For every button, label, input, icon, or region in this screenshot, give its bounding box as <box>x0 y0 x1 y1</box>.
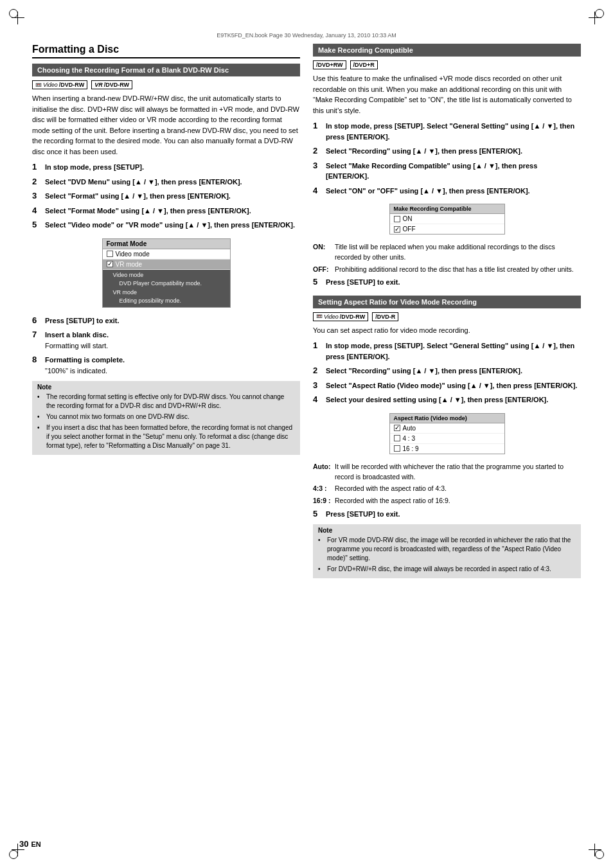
right-note-title: Note <box>318 527 576 534</box>
auto-desc: It will be recorded with whichever the r… <box>335 462 581 483</box>
off-desc: Prohibiting additional record to the dis… <box>335 265 574 275</box>
aspect-ratio-section-title: Setting Aspect Ratio for Video Mode Reco… <box>313 296 581 308</box>
mc-step-num-1: 1 <box>313 121 322 142</box>
compat-item-off: OFF <box>390 224 504 234</box>
on-desc-line: ON: Title list will be replaced when you… <box>313 242 581 263</box>
step-2: 2 Select "DVD Menu" using [▲ / ▼], then … <box>32 177 300 188</box>
disc-badge-video-dvdrw: 📼 Video /DVD-RW <box>32 80 87 89</box>
mc-step-text-2: Select "Recording" using [▲ / ▼], then p… <box>326 146 522 157</box>
checkbox-vr-mode <box>107 261 113 267</box>
step-text-6: Press [SETUP] to exit. <box>45 315 120 326</box>
format-mode-desc: Video mode DVD Player Compatibility mode… <box>103 270 230 307</box>
disc-badge-dvdr: /DVD-R <box>372 312 398 321</box>
left-section-title: Formatting a Disc <box>32 44 300 58</box>
off-desc-line: OFF: Prohibiting additional record to th… <box>313 265 581 275</box>
ar-step-text-4: Select your desired setting using [▲ / ▼… <box>326 394 548 405</box>
step-7: 7 Insert a blank disc. Formatting will s… <box>32 330 300 351</box>
left-note-item-3: • If you insert a disc that has been for… <box>37 423 295 450</box>
mc-step-3: 3 Select "Make Recording Compatible" usi… <box>313 161 581 182</box>
page-number-area: 30 EN <box>19 839 41 849</box>
aspect-box-header: Aspect Ratio (Video mode) <box>390 414 504 423</box>
step-num-3: 3 <box>32 191 41 202</box>
corner-circle-bl <box>9 850 18 859</box>
ratio-43-label: 4 : 3 <box>403 435 415 442</box>
format-mode-item-vr: VR mode <box>103 260 230 270</box>
step-text-4: Select "Format Mode" using [▲ / ▼], then… <box>45 206 251 217</box>
step-num-1: 1 <box>32 162 41 173</box>
mc-step-num-5: 5 <box>313 277 322 288</box>
step-8: 8 Formatting is complete. "100%" is indi… <box>32 355 300 376</box>
step-num-6: 6 <box>32 315 41 326</box>
right-bullet-2: • <box>318 565 324 574</box>
left-note-box: Note • The recording format setting is e… <box>32 381 300 455</box>
step-num-7: 7 <box>32 330 41 351</box>
step-text-7: Insert a blank disc. Formatting will sta… <box>45 330 109 351</box>
step-6: 6 Press [SETUP] to exit. <box>32 315 300 326</box>
checkbox-auto <box>394 425 400 431</box>
checkbox-video-mode <box>107 251 113 257</box>
169-key: 16:9 : <box>313 496 331 506</box>
compat-item-on: ON <box>390 214 504 224</box>
ar-step-5: 5 Press [SETUP] to exit. <box>313 509 581 520</box>
page-number: 30 <box>19 839 28 849</box>
disc-badge-vr-dvdrw: VR /DVD-RW <box>91 80 132 89</box>
left-note-item-1: • The recording format setting is effect… <box>37 393 295 411</box>
ar-step-text-2: Select "Recording" using [▲ / ▼], then p… <box>326 366 522 376</box>
mc-step-text-1: In stop mode, press [SETUP]. Select "Gen… <box>326 121 581 142</box>
mc-step-text-3: Select "Make Recording Compatible" using… <box>326 161 581 182</box>
ar-step-num-3: 3 <box>313 380 322 391</box>
disc-badge-video-dvdrw-2: 📼 Video /DVD-RW <box>313 312 368 321</box>
right-note-item-1: • For VR mode DVD-RW disc, the image wil… <box>318 536 576 563</box>
bullet-3: • <box>37 423 44 450</box>
compat-box: Make Recording Compatible ON OFF <box>389 204 505 235</box>
checkbox-off <box>394 226 400 233</box>
step-num-2: 2 <box>32 177 41 188</box>
ar-step-num-1: 1 <box>313 341 322 362</box>
step-text-1: In stop mode, press [SETUP]. <box>45 162 144 173</box>
aspect-item-auto: Auto <box>390 423 504 434</box>
aspect-body: You can set aspect ratio for video mode … <box>313 325 581 336</box>
bullet-2: • <box>37 412 44 421</box>
ar-step-2: 2 Select "Recording" using [▲ / ▼], then… <box>313 366 581 376</box>
ar-step-text-5: Press [SETUP] to exit. <box>326 509 400 520</box>
step-text-3: Select "Format" using [▲ / ▼], then pres… <box>45 191 231 202</box>
step-5: 5 Select "Video mode" or "VR mode" using… <box>32 220 300 231</box>
left-steps-1-5: 1 In stop mode, press [SETUP]. 2 Select … <box>32 162 300 231</box>
page: E9TK5FD_EN.book Page 30 Wednesday, Janua… <box>0 0 613 868</box>
right-note-box: Note • For VR mode DVD-RW disc, the imag… <box>313 524 581 578</box>
make-compatible-body: Use this feature to make the unfinalised… <box>313 73 581 116</box>
format-mode-header: Format Mode <box>103 239 230 249</box>
page-footer: 30 EN <box>19 839 41 849</box>
content-area: Formatting a Disc Choosing the Recording… <box>13 44 600 578</box>
step-text-8: Formatting is complete. "100%" is indica… <box>45 355 125 376</box>
43-desc-line: 4:3 : Recorded with the aspect ratio of … <box>313 484 581 494</box>
auto-key: Auto: <box>313 462 331 483</box>
left-steps-6-8: 6 Press [SETUP] to exit. 7 Insert a blan… <box>32 315 300 376</box>
mc-step-num-4: 4 <box>313 186 322 197</box>
on-desc: Title list will be replaced when you mak… <box>335 242 581 263</box>
mc-step-text-5: Press [SETUP] to exit. <box>326 277 400 288</box>
checkbox-43 <box>394 435 400 441</box>
format-mode-item-video: Video mode <box>103 249 230 260</box>
mc-step-num-2: 2 <box>313 146 322 157</box>
mc-step-1: 1 In stop mode, press [SETUP]. Select "G… <box>313 121 581 142</box>
right-note-item-2: • For DVD+RW/+R disc, the image will alw… <box>318 565 576 574</box>
make-compatible-steps: 1 In stop mode, press [SETUP]. Select "G… <box>313 121 581 196</box>
right-disc-icons-2: 📼 Video /DVD-RW /DVD-R <box>313 312 581 321</box>
aspect-box: Aspect Ratio (Video mode) Auto 4 : 3 16 … <box>389 413 505 454</box>
step-3: 3 Select "Format" using [▲ / ▼], then pr… <box>32 191 300 202</box>
corner-circle-br <box>595 850 604 859</box>
step-num-5: 5 <box>32 220 41 231</box>
ar-step-num-2: 2 <box>313 366 322 376</box>
ar-step-text-3: Select "Aspect Ratio (Video mode)" using… <box>326 380 577 391</box>
checkbox-on <box>394 216 400 222</box>
ratio-descriptions: Auto: It will be recorded with whichever… <box>313 462 581 506</box>
vr-mode-label: VR mode <box>116 261 143 268</box>
auto-desc-line: Auto: It will be recorded with whichever… <box>313 462 581 483</box>
right-disc-icons-1: /DVD+RW /DVD+R <box>313 60 581 69</box>
meta-line: E9TK5FD_EN.book Page 30 Wednesday, Janua… <box>13 32 600 39</box>
mc-step-num-3: 3 <box>313 161 322 182</box>
on-key: ON: <box>313 242 331 263</box>
left-subsection-title: Choosing the Recording Format of a Blank… <box>32 64 300 76</box>
ar-step-num-5: 5 <box>313 509 322 520</box>
